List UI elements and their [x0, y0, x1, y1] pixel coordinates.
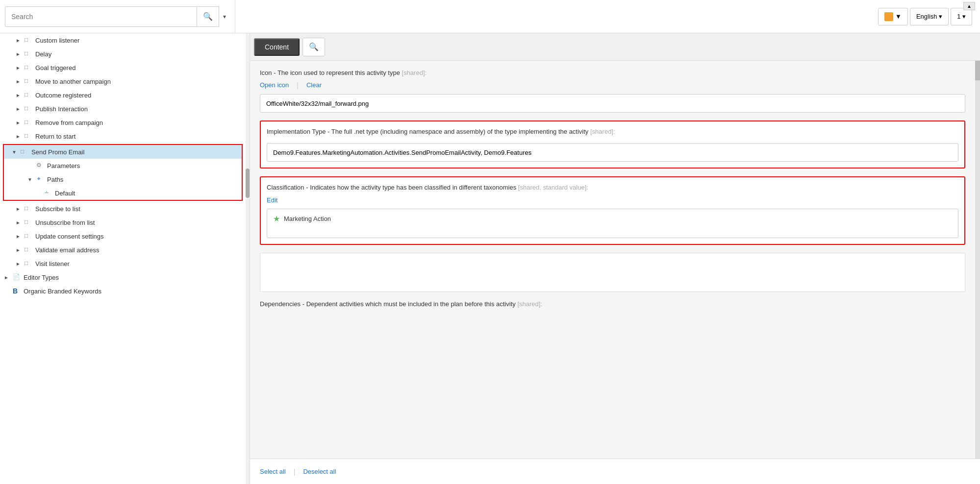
icon-shared-tag: [shared]:: [402, 69, 427, 76]
impl-type-label: Implementation Type - The full .net type…: [267, 127, 958, 136]
tree-item-send-promo-email[interactable]: ▼ □ Send Promo Email: [4, 145, 242, 159]
open-icon-link[interactable]: Open icon: [260, 81, 289, 89]
tree-item-label: Send Promo Email: [31, 148, 84, 156]
star-icon: ★: [273, 214, 280, 223]
tree-item-paths[interactable]: ▼ ✦ Paths: [4, 172, 242, 186]
icon-field-links: Open icon | Clear: [260, 81, 965, 89]
B-icon: B: [13, 287, 21, 295]
search-dropdown-button[interactable]: ▾: [219, 9, 230, 24]
tree-item-visit-listener[interactable]: ► □ Visit listener: [0, 257, 246, 270]
tree-item-label: Visit listener: [35, 260, 70, 267]
version-label: 1 ▾: [957, 13, 966, 20]
tree-item-label: Custom listener: [35, 37, 79, 44]
tree-item-label: Outcome registered: [35, 92, 91, 99]
expand-arrow: ►: [16, 234, 23, 239]
square-icon: □: [25, 105, 32, 113]
tree-item-move-campaign[interactable]: ► □ Move to another campaign: [0, 74, 246, 88]
tree-item-custom-listener[interactable]: ► □ Custom listener: [0, 33, 246, 47]
left-panel-scrollbar[interactable]: [246, 33, 250, 484]
square-icon: □: [25, 260, 32, 267]
expand-arrow: ►: [16, 38, 23, 43]
classification-links: Edit: [267, 196, 958, 204]
square-icon: □: [25, 132, 32, 140]
square-icon: □: [25, 119, 32, 126]
square-icon: □: [25, 64, 32, 72]
content-split: Icon - The icon used to represent this a…: [250, 61, 980, 459]
marketing-action-label: Marketing Action: [284, 215, 331, 222]
tree-item-subscribe[interactable]: ► □ Subscribe to list: [0, 202, 246, 216]
tree-item-publish-interaction[interactable]: ► □ Publish Interaction: [0, 102, 246, 116]
square-icon: □: [25, 50, 32, 58]
clear-link[interactable]: Clear: [306, 81, 322, 89]
tab-content-label: Content: [265, 43, 289, 51]
expand-arrow: ►: [16, 220, 23, 225]
bottom-bar: Select all | Deselect all: [250, 459, 980, 484]
classification-label: Classification - Indicates how the activ…: [267, 183, 958, 192]
tree-item-organic-keywords[interactable]: B Organic Branded Keywords: [0, 284, 246, 298]
paths-icon: ✦: [36, 175, 44, 183]
tree-item-label: Validate email address: [35, 246, 100, 254]
tree-item-default[interactable]: ∸ Default: [4, 186, 242, 200]
tree-item-label: Default: [55, 190, 75, 197]
right-panel: Content 🔍 ▲ Icon - The icon used to repr…: [250, 33, 980, 484]
main-layout: ► □ Custom listener ► □ Delay ► □ Goal t…: [0, 33, 980, 484]
search-icon: 🔍: [203, 12, 213, 21]
select-all-link[interactable]: Select all: [260, 468, 286, 475]
impl-type-input[interactable]: [267, 143, 958, 162]
square-icon: □: [25, 205, 32, 213]
tree-item-unsubscribe[interactable]: ► □ Unsubscribe from list: [0, 216, 246, 229]
language-button[interactable]: English ▾: [910, 8, 949, 25]
classification-shared-tag: [shared, standard value]:: [518, 184, 588, 191]
icon-value-input[interactable]: [260, 94, 965, 113]
tree-item-parameters[interactable]: ⚙ Parameters: [4, 159, 242, 172]
tree-item-remove-campaign[interactable]: ► □ Remove from campaign: [0, 116, 246, 129]
expand-arrow: ►: [16, 79, 23, 84]
gear-icon: ⚙: [36, 162, 44, 169]
square-icon: □: [25, 218, 32, 226]
tree-item-validate-email[interactable]: ► □ Validate email address: [0, 243, 246, 257]
deselect-all-link[interactable]: Deselect all: [303, 468, 336, 475]
icon-picker-button[interactable]: ▼: [878, 8, 908, 25]
tree-item-update-consent[interactable]: ► □ Update consent settings: [0, 229, 246, 243]
tree-container: ► □ Custom listener ► □ Delay ► □ Goal t…: [0, 33, 246, 484]
selected-item-group: ▼ □ Send Promo Email ⚙ Parameters ▼ ✦: [3, 144, 243, 201]
expand-arrow: ►: [16, 106, 23, 112]
tree-item-label: Organic Branded Keywords: [24, 288, 101, 295]
tree-item-label: Delay: [35, 50, 51, 58]
tree-item-label: Paths: [47, 176, 63, 183]
expand-arrow: ►: [16, 206, 23, 212]
icon-field-section: Icon - The icon used to represent this a…: [260, 69, 965, 113]
tree-item-delay[interactable]: ► □ Delay: [0, 47, 246, 61]
tree-item-goal-triggered[interactable]: ► □ Goal triggered: [0, 61, 246, 74]
expand-arrow: ►: [16, 120, 23, 125]
tree-item-editor-types[interactable]: ► 📄 Editor Types: [0, 270, 246, 284]
expand-arrow: ►: [16, 134, 23, 139]
search-button[interactable]: 🔍: [197, 6, 219, 27]
empty-area: [260, 253, 965, 292]
expand-arrow: ►: [16, 65, 23, 71]
icon-field-label: Icon - The icon used to represent this a…: [260, 69, 965, 77]
tree-item-label: Update consent settings: [35, 233, 103, 240]
dependencies-shared-tag: [shared]:: [517, 300, 542, 308]
search-input[interactable]: [5, 6, 197, 27]
impl-shared-tag: [shared]:: [590, 128, 615, 135]
dependencies-section: Dependencies - Dependent activities whic…: [260, 300, 965, 309]
tree-item-outcome-registered[interactable]: ► □ Outcome registered: [0, 88, 246, 102]
tree-item-label: Subscribe to list: [35, 205, 80, 213]
dependencies-label: Dependencies - Dependent activities whic…: [260, 300, 965, 309]
expand-arrow: ►: [16, 247, 23, 253]
tab-search-button[interactable]: 🔍: [302, 38, 325, 56]
file-icon: 📄: [13, 273, 21, 281]
tree-item-return-start[interactable]: ► □ Return to start: [0, 129, 246, 143]
left-panel-scroll-thumb[interactable]: [246, 169, 250, 198]
square-icon: □: [25, 246, 32, 254]
expand-arrow: ▼: [27, 177, 34, 182]
right-panel-scroll-thumb[interactable]: [975, 61, 980, 80]
classification-box: ★ Marketing Action: [267, 209, 958, 238]
tab-content[interactable]: Content: [254, 38, 300, 56]
marketing-action-item: ★ Marketing Action: [273, 214, 952, 223]
edit-link[interactable]: Edit: [267, 196, 277, 204]
search-icon-tab: 🔍: [309, 43, 319, 51]
square-icon: □: [21, 148, 28, 156]
right-panel-scrollbar[interactable]: [975, 61, 980, 459]
